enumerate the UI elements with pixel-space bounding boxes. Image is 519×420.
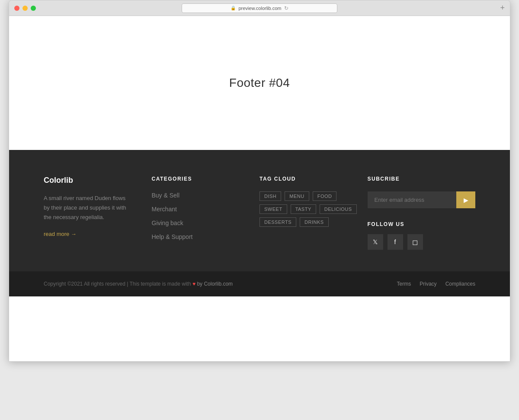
footer-subscribe-column: SUBCRIBE ▶ FOLLOW US 𝕏 f <box>368 176 476 250</box>
browser-titlebar: 🔒 preview.colorlib.com ↻ + <box>9 0 510 16</box>
website-content: Footer #04 Colorlib A small river named … <box>9 16 510 361</box>
email-input[interactable] <box>368 191 457 208</box>
browser-window: 🔒 preview.colorlib.com ↻ + Footer #04 Co… <box>9 0 510 362</box>
follow-title: FOLLOW US <box>368 221 476 227</box>
subscribe-button[interactable]: ▶ <box>456 191 475 208</box>
list-item: Buy & Sell <box>152 191 260 199</box>
list-item: Giving back <box>152 219 260 227</box>
new-tab-button[interactable]: + <box>500 3 505 13</box>
tag-desserts[interactable]: DESSERTS <box>260 217 296 227</box>
list-item: Merchant <box>152 205 260 213</box>
heart-icon: ♥ <box>192 281 197 287</box>
maximize-button[interactable] <box>31 6 36 11</box>
compliances-link[interactable]: Compliances <box>445 281 475 287</box>
legal-links: Terms Privacy Compliances <box>397 281 475 287</box>
subscribe-form: ▶ <box>368 191 476 208</box>
tag-delicious[interactable]: DELICIOUS <box>320 204 357 214</box>
categories-title: CATEGORIES <box>152 176 260 182</box>
footer-tags-column: TAG CLOUD DISH MENU FOOD SWEET TASTY DEL… <box>260 176 368 250</box>
tags-title: TAG CLOUD <box>260 176 368 182</box>
colorlib-link[interactable]: by Colorlib.com <box>197 281 233 287</box>
send-icon: ▶ <box>464 197 468 204</box>
footer-brand-column: Colorlib A small river named Duden flows… <box>44 176 152 250</box>
category-link-help-support[interactable]: Help & Support <box>152 233 193 240</box>
categories-list: Buy & Sell Merchant Giving back Help & S… <box>152 191 260 241</box>
footer-bottom: Copyright ©2021 All rights reserved | Th… <box>9 271 510 296</box>
tag-drinks[interactable]: DRINKS <box>300 217 329 227</box>
read-more-link[interactable]: read more → <box>44 231 77 237</box>
list-item: Help & Support <box>152 233 260 241</box>
refresh-icon[interactable]: ↻ <box>284 5 288 11</box>
category-link-merchant[interactable]: Merchant <box>152 206 177 213</box>
twitter-button[interactable]: 𝕏 <box>368 234 383 250</box>
category-link-giving-back[interactable]: Giving back <box>152 220 183 226</box>
facebook-icon: f <box>394 239 396 245</box>
address-bar[interactable]: 🔒 preview.colorlib.com ↻ <box>182 3 337 13</box>
twitter-icon: 𝕏 <box>373 239 378 245</box>
close-button[interactable] <box>14 6 19 11</box>
browser-controls <box>14 6 36 11</box>
footer-categories-column: CATEGORIES Buy & Sell Merchant Giving ba… <box>152 176 260 250</box>
subscribe-title: SUBCRIBE <box>368 176 476 182</box>
copyright-main: Copyright ©2021 All rights reserved | Th… <box>44 281 191 287</box>
instagram-button[interactable]: ◻ <box>407 234 423 250</box>
tag-tasty[interactable]: TASTY <box>291 204 316 214</box>
url-text: preview.colorlib.com <box>238 6 281 11</box>
footer-main: Colorlib A small river named Duden flows… <box>9 150 510 296</box>
tag-cloud: DISH MENU FOOD SWEET TASTY DELICIOUS DES… <box>260 191 363 227</box>
footer-columns: Colorlib A small river named Duden flows… <box>9 150 510 271</box>
instagram-icon: ◻ <box>412 238 418 246</box>
category-link-buy-sell[interactable]: Buy & Sell <box>152 192 180 199</box>
social-icons: 𝕏 f ◻ <box>368 234 476 250</box>
bottom-white-area <box>9 296 510 361</box>
hero-section: Footer #04 <box>9 16 510 150</box>
privacy-link[interactable]: Privacy <box>420 281 436 287</box>
facebook-button[interactable]: f <box>388 234 403 250</box>
brand-description: A small river named Duden flows by their… <box>44 194 130 222</box>
tag-menu[interactable]: MENU <box>285 191 309 201</box>
tag-food[interactable]: FOOD <box>313 191 337 201</box>
tag-dish[interactable]: DISH <box>260 191 281 201</box>
minimize-button[interactable] <box>22 6 28 11</box>
terms-link[interactable]: Terms <box>397 281 411 287</box>
copyright-text: Copyright ©2021 All rights reserved | Th… <box>44 281 233 287</box>
brand-name: Colorlib <box>44 176 152 185</box>
lock-icon: 🔒 <box>231 6 236 10</box>
tag-sweet[interactable]: SWEET <box>260 204 287 214</box>
page-title: Footer #04 <box>229 76 290 90</box>
